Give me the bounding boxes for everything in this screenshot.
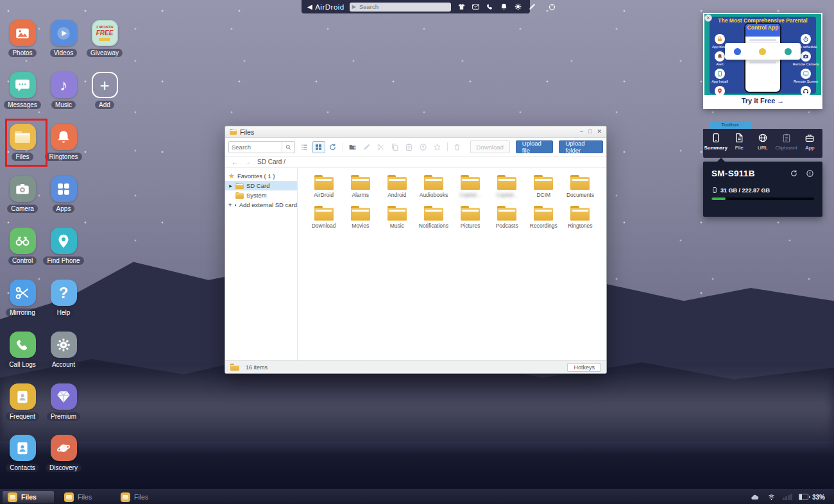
toolbox-tab[interactable]: Toolbox <box>709 121 751 129</box>
folder-tile[interactable]: Recordings <box>525 206 562 229</box>
grid-view-icon[interactable] <box>312 141 325 153</box>
folder-tile[interactable]: Alarms <box>342 175 379 198</box>
tree-item-system[interactable]: System <box>225 190 297 200</box>
taskbar-item-files[interactable]: Files <box>3 491 54 503</box>
folder-tile[interactable]: Android <box>379 175 415 198</box>
cloud-sync-icon[interactable] <box>749 493 760 501</box>
upload-folder-button[interactable]: Upload folder <box>559 140 603 153</box>
new-folder-icon[interactable] <box>346 141 359 153</box>
mail-compose-icon[interactable] <box>472 3 480 11</box>
app-premium[interactable]: Premium <box>43 383 84 421</box>
app-discovery[interactable]: Discovery <box>43 435 84 472</box>
app-account[interactable]: Account <box>43 332 84 369</box>
folder-tile[interactable]: Podcasts <box>489 206 525 229</box>
app-find-phone[interactable]: Find Phone <box>43 228 84 265</box>
hotkeys-button[interactable]: Hotkeys <box>567 363 601 372</box>
taskbar-item-files[interactable]: Files <box>59 491 110 503</box>
pencil-icon[interactable] <box>528 3 536 11</box>
sd-card-icon <box>234 201 236 209</box>
back-icon[interactable]: ← <box>232 158 238 165</box>
list-view-icon[interactable] <box>298 141 311 153</box>
app-call-logs[interactable]: Call Logs <box>2 332 43 369</box>
airdroid-logo[interactable]: ◀ AirDroid <box>307 3 345 11</box>
folder-tile[interactable]: Movies <box>342 206 379 229</box>
forward-icon[interactable]: → <box>244 158 251 165</box>
app-ringtones[interactable]: Ringtones <box>43 124 84 161</box>
parental-control-ad[interactable]: The Most Comprehensive Parental Control … <box>703 13 822 109</box>
app-messages[interactable]: Messages <box>2 72 43 109</box>
global-search-input[interactable] <box>358 3 448 11</box>
files-search-input[interactable] <box>229 142 282 153</box>
tool-url[interactable]: URL <box>752 129 774 158</box>
app-photos[interactable]: Photos <box>2 20 43 57</box>
topbar-icons <box>457 3 536 11</box>
tree-item-favorites-1-[interactable]: ★Favorites ( 1 ) <box>225 171 297 181</box>
folder-name: DCIM <box>536 192 550 198</box>
app-apps[interactable]: Apps <box>43 176 84 213</box>
tool-clipboard[interactable]: Clipboard <box>776 129 797 158</box>
phone-icon[interactable] <box>486 3 494 11</box>
ad-close-icon[interactable]: ✕ <box>704 14 712 22</box>
bell-icon[interactable] <box>500 3 508 11</box>
paste-icon[interactable] <box>403 141 416 153</box>
device-refresh-icon[interactable] <box>790 169 798 178</box>
cut-icon[interactable] <box>375 141 387 153</box>
app-music[interactable]: ♪Music <box>43 72 84 109</box>
folder-tile[interactable]: Music <box>379 206 415 229</box>
tool-file[interactable]: File <box>728 129 750 158</box>
device-info-icon[interactable] <box>806 169 814 178</box>
maximize-button[interactable]: □ <box>588 129 591 135</box>
tree-item-add-external-sd-card[interactable]: +Add external SD card <box>225 200 297 210</box>
star-icon[interactable] <box>431 141 444 153</box>
window-titlebar[interactable]: Files –□✕ <box>225 126 606 138</box>
folder-tile[interactable]: Captial... <box>452 175 489 198</box>
folder-tile[interactable]: DCIM <box>525 175 562 198</box>
ad-feature-label: Remote Screen <box>794 80 818 83</box>
power-icon[interactable] <box>548 3 556 11</box>
rename-icon[interactable] <box>361 141 373 153</box>
taskbar-item-files[interactable]: Files <box>115 491 167 503</box>
minimize-button[interactable]: – <box>580 129 583 135</box>
folder-name: Podcasts <box>496 223 518 229</box>
app-videos[interactable]: Videos <box>43 20 84 57</box>
folder-tile[interactable]: Captial... <box>489 175 525 198</box>
app-giveaway[interactable]: 1 MONTHFREEGiveaway <box>84 20 125 57</box>
folder-tile[interactable]: Download <box>305 206 342 229</box>
trash-icon[interactable] <box>451 141 464 153</box>
fog-band <box>0 369 834 452</box>
folder-tile[interactable]: Notifications <box>415 206 452 229</box>
download-button[interactable]: Download <box>470 140 510 153</box>
folder-tile[interactable]: AirDroid <box>305 175 342 198</box>
tool-summary[interactable]: Summary <box>705 129 727 158</box>
copy-icon[interactable] <box>389 141 402 153</box>
ad-feature-pill <box>725 43 801 60</box>
files-search[interactable] <box>228 141 295 153</box>
close-button[interactable]: ✕ <box>597 129 602 135</box>
folder-tile[interactable]: Pictures <box>452 206 489 229</box>
app-help[interactable]: ?Help <box>43 280 84 317</box>
global-search[interactable]: ▶ <box>350 3 451 12</box>
upload-file-button[interactable]: Upload file <box>516 140 554 153</box>
tshirt-icon[interactable] <box>457 3 466 11</box>
upload-circle-icon[interactable] <box>417 141 430 153</box>
search-icon[interactable] <box>282 142 294 153</box>
tool-app[interactable]: App <box>799 129 821 158</box>
refresh-icon[interactable] <box>327 141 339 153</box>
app-control[interactable]: Control <box>2 228 43 265</box>
expand-icon[interactable]: ▶ <box>228 183 233 188</box>
app-frequent[interactable]: Frequent <box>2 383 43 421</box>
app-contacts[interactable]: Contacts <box>2 435 43 472</box>
app-mirroring[interactable]: Mirroring <box>2 280 43 317</box>
app-add[interactable]: +Add <box>84 72 125 109</box>
tree-item-sd-card[interactable]: ▶SD Card <box>225 181 297 190</box>
folder-tile[interactable]: Audiobooks <box>415 175 452 198</box>
breadcrumb-path[interactable]: SD Card / <box>257 158 285 165</box>
folder-tile[interactable]: Ringtones <box>562 206 599 229</box>
app-camera[interactable]: Camera <box>2 176 43 213</box>
folder-tile[interactable]: Documents <box>562 175 599 198</box>
wifi-icon[interactable] <box>767 493 776 501</box>
gear-icon[interactable] <box>514 3 522 11</box>
ad-cta-button[interactable]: Try it Free → <box>704 95 821 106</box>
timer-icon <box>801 34 811 44</box>
ad-feature-remote-screen: Remote Screen <box>792 69 820 83</box>
